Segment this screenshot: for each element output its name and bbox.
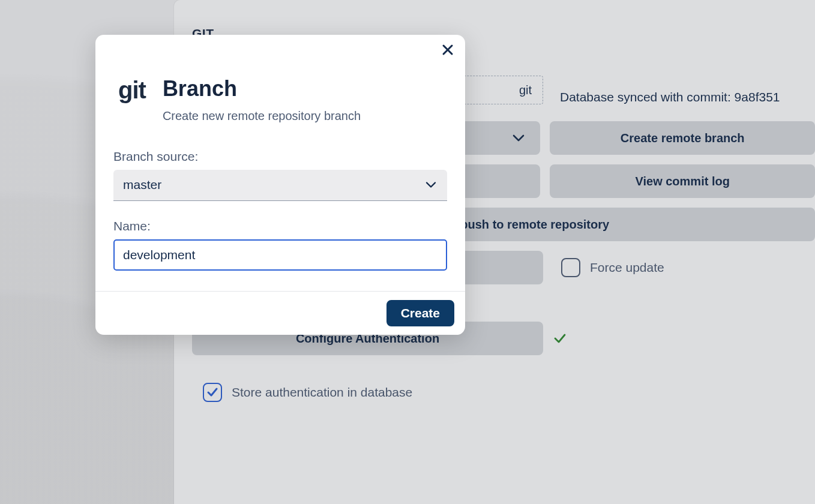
create-button[interactable]: Create — [386, 300, 454, 326]
branch-name-input[interactable] — [113, 239, 447, 271]
chevron-down-icon — [426, 182, 436, 188]
close-icon[interactable] — [441, 43, 454, 56]
modal-title: Branch — [163, 77, 361, 101]
git-logo-icon: git — [118, 77, 146, 102]
branch-source-value: master — [123, 178, 161, 192]
branch-name-label: Name: — [113, 219, 447, 233]
create-branch-modal: git Branch Create new remote repository … — [95, 35, 465, 335]
branch-source-label: Branch source: — [113, 149, 447, 164]
modal-subtitle: Create new remote repository branch — [163, 109, 361, 123]
branch-source-select[interactable]: master — [113, 170, 447, 201]
